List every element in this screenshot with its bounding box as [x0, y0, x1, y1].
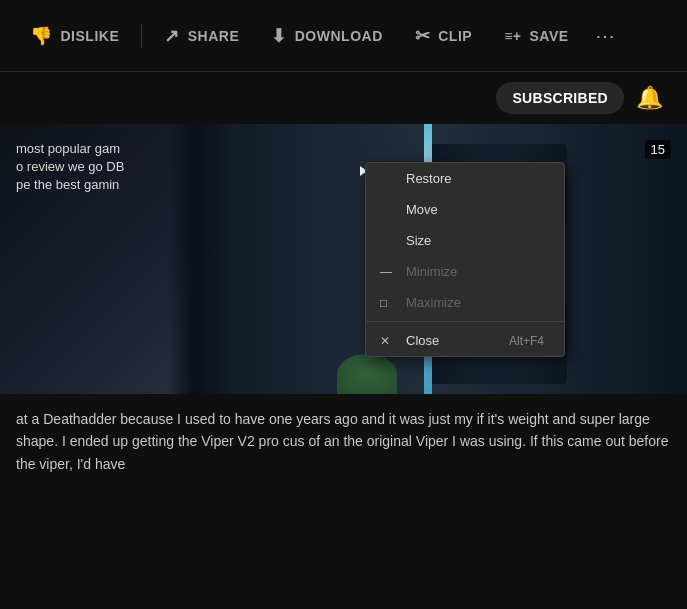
description-area: at a Deathadder because I used to have o…: [0, 394, 687, 489]
maximize-label: Maximize: [406, 295, 461, 310]
overlay-line-2: o review we go DB: [16, 158, 184, 176]
share-button[interactable]: ↗ SHARE: [150, 17, 253, 55]
close-label: Close: [406, 333, 439, 348]
overlay-line-3: pe the best gamin: [16, 176, 184, 194]
share-icon: ↗: [164, 25, 180, 47]
share-label: SHARE: [188, 28, 240, 44]
dislike-button[interactable]: 👎 DISLIKE: [16, 17, 133, 55]
overlay-line-1: most popular gam: [16, 140, 184, 158]
size-label: Size: [406, 233, 431, 248]
video-timestamp: 15: [645, 140, 671, 159]
context-menu: Restore Move Size — Minimize □ Maximize …: [365, 162, 565, 357]
subscribe-row: SUBSCRIBED 🔔: [0, 72, 687, 124]
download-button[interactable]: ⬇ DOWNLOAD: [257, 17, 397, 55]
download-label: DOWNLOAD: [295, 28, 383, 44]
ctx-move[interactable]: Move: [366, 194, 564, 225]
clip-button[interactable]: ✂ CLIP: [401, 17, 486, 55]
close-shortcut: Alt+F4: [509, 334, 544, 348]
dislike-icon: 👎: [30, 25, 53, 47]
timestamp-value: 15: [651, 142, 665, 157]
ctx-maximize: □ Maximize: [366, 287, 564, 318]
clip-label: CLIP: [438, 28, 472, 44]
description-text: at a Deathadder because I used to have o…: [16, 408, 671, 475]
ctx-restore[interactable]: Restore: [366, 163, 564, 194]
save-button[interactable]: ≡+ SAVE: [490, 20, 582, 52]
maximize-icon: □: [380, 296, 387, 310]
more-button[interactable]: ⋯: [587, 18, 623, 54]
video-plant: [337, 354, 397, 394]
context-menu-separator: [366, 321, 564, 322]
clip-icon: ✂: [415, 25, 431, 47]
ctx-minimize: — Minimize: [366, 256, 564, 287]
video-player[interactable]: most popular gam o review we go DB pe th…: [0, 124, 687, 394]
subscribed-button[interactable]: SUBSCRIBED: [496, 82, 624, 114]
save-label: SAVE: [530, 28, 569, 44]
action-bar: 👎 DISLIKE ↗ SHARE ⬇ DOWNLOAD ✂ CLIP ≡+ S…: [0, 0, 687, 72]
move-label: Move: [406, 202, 438, 217]
dislike-label: DISLIKE: [61, 28, 120, 44]
video-text-overlay: most popular gam o review we go DB pe th…: [0, 124, 200, 211]
more-icon: ⋯: [595, 24, 615, 48]
save-icon: ≡+: [504, 28, 521, 44]
restore-label: Restore: [406, 171, 452, 186]
subscribed-label: SUBSCRIBED: [512, 90, 608, 106]
download-icon: ⬇: [271, 25, 287, 47]
bell-icon[interactable]: 🔔: [636, 85, 663, 111]
close-icon: ✕: [380, 334, 390, 348]
minimize-label: Minimize: [406, 264, 457, 279]
minimize-icon: —: [380, 265, 392, 279]
ctx-close[interactable]: ✕ Close Alt+F4: [366, 325, 564, 356]
ctx-size[interactable]: Size: [366, 225, 564, 256]
divider-1: [141, 24, 142, 48]
